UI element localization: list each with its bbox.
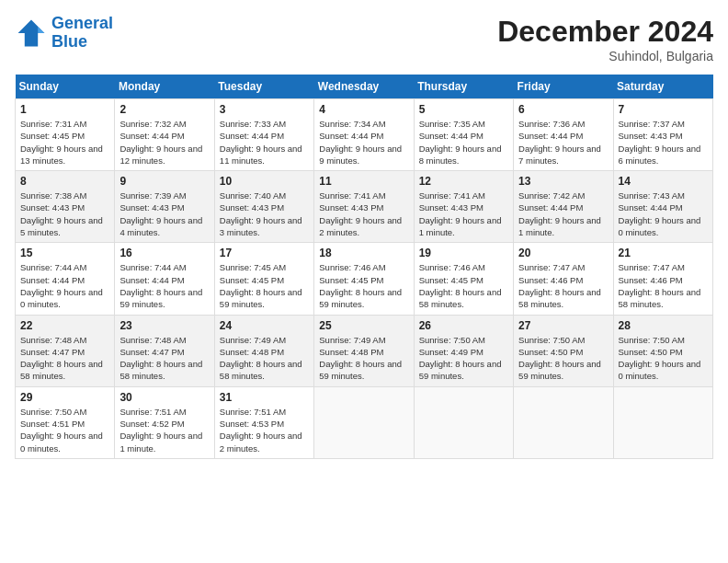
day-number: 1 bbox=[20, 103, 109, 116]
calendar-cell: 25Sunrise: 7:49 AM Sunset: 4:48 PM Dayli… bbox=[314, 315, 414, 386]
day-number: 18 bbox=[319, 247, 408, 259]
day-info: Sunrise: 7:50 AM Sunset: 4:49 PM Dayligh… bbox=[419, 334, 508, 383]
calendar-week-row: 15Sunrise: 7:44 AM Sunset: 4:44 PM Dayli… bbox=[16, 243, 713, 315]
calendar-week-row: 8Sunrise: 7:38 AM Sunset: 4:43 PM Daylig… bbox=[16, 171, 713, 243]
calendar-cell: 20Sunrise: 7:47 AM Sunset: 4:46 PM Dayli… bbox=[514, 243, 613, 315]
day-number: 27 bbox=[518, 319, 608, 332]
calendar-cell bbox=[514, 386, 613, 458]
calendar-cell: 12Sunrise: 7:41 AM Sunset: 4:43 PM Dayli… bbox=[414, 171, 513, 243]
day-info: Sunrise: 7:38 AM Sunset: 4:43 PM Dayligh… bbox=[20, 190, 109, 238]
day-info: Sunrise: 7:49 AM Sunset: 4:48 PM Dayligh… bbox=[220, 334, 309, 383]
calendar-cell: 17Sunrise: 7:45 AM Sunset: 4:45 PM Dayli… bbox=[214, 243, 313, 315]
day-info: Sunrise: 7:35 AM Sunset: 4:44 PM Dayligh… bbox=[419, 118, 508, 167]
day-number: 8 bbox=[20, 175, 109, 188]
day-info: Sunrise: 7:43 AM Sunset: 4:44 PM Dayligh… bbox=[619, 190, 708, 238]
day-info: Sunrise: 7:50 AM Sunset: 4:50 PM Dayligh… bbox=[518, 334, 608, 383]
day-number: 7 bbox=[619, 103, 708, 116]
logo-text: General Blue bbox=[51, 15, 113, 52]
calendar-cell: 31Sunrise: 7:51 AM Sunset: 4:53 PM Dayli… bbox=[214, 386, 313, 458]
day-number: 28 bbox=[619, 319, 708, 332]
calendar-cell: 6Sunrise: 7:36 AM Sunset: 4:44 PM Daylig… bbox=[514, 99, 613, 171]
day-info: Sunrise: 7:33 AM Sunset: 4:44 PM Dayligh… bbox=[220, 118, 309, 167]
day-number: 10 bbox=[220, 175, 309, 188]
day-info: Sunrise: 7:34 AM Sunset: 4:44 PM Dayligh… bbox=[319, 118, 408, 167]
calendar-week-row: 29Sunrise: 7:50 AM Sunset: 4:51 PM Dayli… bbox=[16, 386, 713, 458]
day-info: Sunrise: 7:46 AM Sunset: 4:45 PM Dayligh… bbox=[419, 261, 508, 310]
calendar-cell: 5Sunrise: 7:35 AM Sunset: 4:44 PM Daylig… bbox=[414, 99, 513, 171]
day-number: 17 bbox=[220, 247, 309, 259]
calendar-cell bbox=[613, 386, 712, 458]
day-info: Sunrise: 7:41 AM Sunset: 4:43 PM Dayligh… bbox=[319, 190, 408, 238]
day-info: Sunrise: 7:42 AM Sunset: 4:44 PM Dayligh… bbox=[518, 190, 608, 238]
day-info: Sunrise: 7:36 AM Sunset: 4:44 PM Dayligh… bbox=[518, 118, 608, 167]
day-number: 25 bbox=[319, 319, 408, 332]
weekday-header-sunday: Sunday bbox=[16, 75, 115, 99]
calendar-cell: 11Sunrise: 7:41 AM Sunset: 4:43 PM Dayli… bbox=[314, 171, 414, 243]
title-block: December 2024 Suhindol, Bulgaria bbox=[497, 15, 713, 63]
calendar-cell: 15Sunrise: 7:44 AM Sunset: 4:44 PM Dayli… bbox=[16, 243, 115, 315]
day-info: Sunrise: 7:32 AM Sunset: 4:44 PM Dayligh… bbox=[119, 118, 209, 167]
weekday-header-row: SundayMondayTuesdayWednesdayThursdayFrid… bbox=[16, 75, 713, 99]
calendar-cell: 24Sunrise: 7:49 AM Sunset: 4:48 PM Dayli… bbox=[214, 315, 313, 386]
day-number: 24 bbox=[220, 319, 309, 332]
calendar-cell: 14Sunrise: 7:43 AM Sunset: 4:44 PM Dayli… bbox=[613, 171, 712, 243]
day-number: 26 bbox=[419, 319, 508, 332]
day-number: 31 bbox=[220, 391, 309, 404]
calendar-week-row: 1Sunrise: 7:31 AM Sunset: 4:45 PM Daylig… bbox=[16, 99, 713, 171]
calendar-cell: 3Sunrise: 7:33 AM Sunset: 4:44 PM Daylig… bbox=[214, 99, 313, 171]
day-info: Sunrise: 7:44 AM Sunset: 4:44 PM Dayligh… bbox=[119, 261, 209, 310]
day-number: 19 bbox=[419, 247, 508, 259]
calendar-cell: 28Sunrise: 7:50 AM Sunset: 4:50 PM Dayli… bbox=[613, 315, 712, 386]
calendar-cell: 19Sunrise: 7:46 AM Sunset: 4:45 PM Dayli… bbox=[414, 243, 513, 315]
day-info: Sunrise: 7:50 AM Sunset: 4:51 PM Dayligh… bbox=[20, 406, 109, 454]
day-info: Sunrise: 7:45 AM Sunset: 4:45 PM Dayligh… bbox=[220, 261, 309, 310]
calendar-table: SundayMondayTuesdayWednesdayThursdayFrid… bbox=[15, 75, 713, 459]
day-info: Sunrise: 7:39 AM Sunset: 4:43 PM Dayligh… bbox=[119, 190, 209, 238]
logo: General Blue bbox=[15, 15, 113, 52]
day-number: 3 bbox=[220, 103, 309, 116]
day-info: Sunrise: 7:50 AM Sunset: 4:50 PM Dayligh… bbox=[619, 334, 708, 383]
weekday-header-thursday: Thursday bbox=[414, 75, 513, 99]
logo-icon bbox=[15, 17, 48, 50]
calendar-cell: 26Sunrise: 7:50 AM Sunset: 4:49 PM Dayli… bbox=[414, 315, 513, 386]
calendar-cell: 23Sunrise: 7:48 AM Sunset: 4:47 PM Dayli… bbox=[115, 315, 214, 386]
day-number: 22 bbox=[20, 319, 109, 332]
calendar-cell bbox=[314, 386, 414, 458]
day-info: Sunrise: 7:37 AM Sunset: 4:43 PM Dayligh… bbox=[619, 118, 708, 167]
weekday-header-friday: Friday bbox=[514, 75, 613, 99]
day-info: Sunrise: 7:46 AM Sunset: 4:45 PM Dayligh… bbox=[319, 261, 408, 310]
day-number: 23 bbox=[119, 319, 209, 332]
day-info: Sunrise: 7:51 AM Sunset: 4:52 PM Dayligh… bbox=[119, 406, 209, 454]
day-number: 16 bbox=[119, 247, 209, 259]
calendar-cell: 22Sunrise: 7:48 AM Sunset: 4:47 PM Dayli… bbox=[16, 315, 115, 386]
calendar-cell: 27Sunrise: 7:50 AM Sunset: 4:50 PM Dayli… bbox=[514, 315, 613, 386]
day-info: Sunrise: 7:51 AM Sunset: 4:53 PM Dayligh… bbox=[220, 406, 309, 454]
calendar-cell bbox=[414, 386, 513, 458]
day-number: 11 bbox=[319, 175, 408, 188]
calendar-cell: 7Sunrise: 7:37 AM Sunset: 4:43 PM Daylig… bbox=[613, 99, 712, 171]
day-number: 15 bbox=[20, 247, 109, 259]
month-title: December 2024 bbox=[497, 15, 713, 49]
calendar-week-row: 22Sunrise: 7:48 AM Sunset: 4:47 PM Dayli… bbox=[16, 315, 713, 386]
day-number: 12 bbox=[419, 175, 508, 188]
day-number: 21 bbox=[619, 247, 708, 259]
day-info: Sunrise: 7:48 AM Sunset: 4:47 PM Dayligh… bbox=[20, 334, 109, 383]
calendar-cell: 18Sunrise: 7:46 AM Sunset: 4:45 PM Dayli… bbox=[314, 243, 414, 315]
day-info: Sunrise: 7:48 AM Sunset: 4:47 PM Dayligh… bbox=[119, 334, 209, 383]
weekday-header-tuesday: Tuesday bbox=[214, 75, 313, 99]
location-subtitle: Suhindol, Bulgaria bbox=[497, 49, 713, 63]
calendar-cell: 21Sunrise: 7:47 AM Sunset: 4:46 PM Dayli… bbox=[613, 243, 712, 315]
calendar-cell: 10Sunrise: 7:40 AM Sunset: 4:43 PM Dayli… bbox=[214, 171, 313, 243]
day-info: Sunrise: 7:31 AM Sunset: 4:45 PM Dayligh… bbox=[20, 118, 109, 167]
day-number: 29 bbox=[20, 391, 109, 404]
calendar-cell: 16Sunrise: 7:44 AM Sunset: 4:44 PM Dayli… bbox=[115, 243, 214, 315]
day-number: 4 bbox=[319, 103, 408, 116]
weekday-header-saturday: Saturday bbox=[613, 75, 712, 99]
day-number: 5 bbox=[419, 103, 508, 116]
calendar-cell: 4Sunrise: 7:34 AM Sunset: 4:44 PM Daylig… bbox=[314, 99, 414, 171]
weekday-header-monday: Monday bbox=[115, 75, 214, 99]
day-info: Sunrise: 7:47 AM Sunset: 4:46 PM Dayligh… bbox=[518, 261, 608, 310]
calendar-cell: 13Sunrise: 7:42 AM Sunset: 4:44 PM Dayli… bbox=[514, 171, 613, 243]
calendar-cell: 29Sunrise: 7:50 AM Sunset: 4:51 PM Dayli… bbox=[16, 386, 115, 458]
calendar-cell: 2Sunrise: 7:32 AM Sunset: 4:44 PM Daylig… bbox=[115, 99, 214, 171]
